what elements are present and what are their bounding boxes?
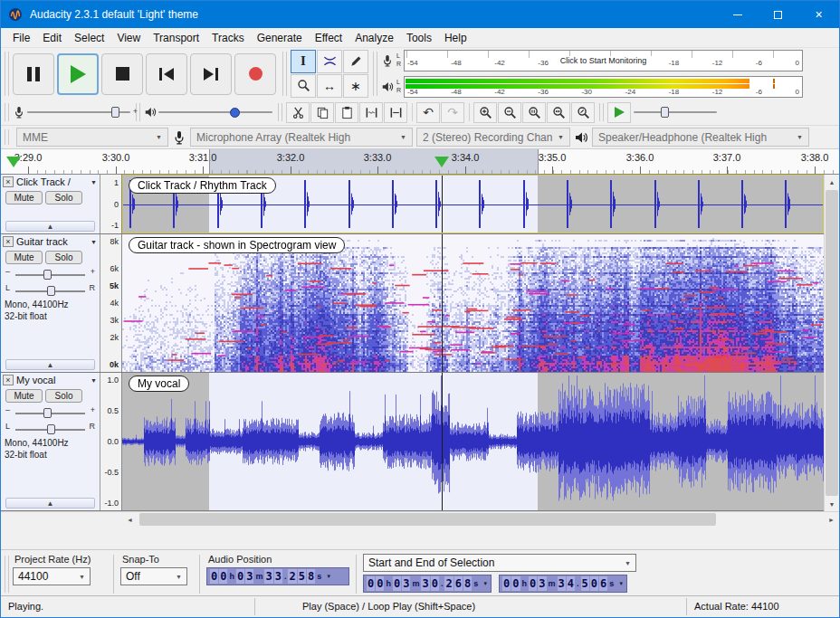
track-click-content[interactable]: Click Track / Rhythm Track bbox=[122, 175, 824, 233]
paste-button[interactable] bbox=[335, 102, 358, 123]
close-button[interactable]: × bbox=[798, 1, 839, 28]
menu-view[interactable]: View bbox=[110, 32, 147, 44]
vocal-waveform[interactable] bbox=[122, 373, 824, 510]
transport-toolbar-grip[interactable] bbox=[5, 52, 9, 96]
track-click-control-panel[interactable]: × Click Track / ▼ Mute Solo ▲ bbox=[1, 175, 100, 233]
selection-range-mode-select[interactable]: Start and End of Selection ▼ bbox=[363, 554, 636, 572]
maximize-button[interactable] bbox=[758, 1, 798, 28]
timeline-ruler[interactable]: 3:29.0 3:30.0 3:31.0 3:32.0 3:33.0 3:34.… bbox=[1, 149, 839, 175]
play-at-speed-grip[interactable] bbox=[599, 103, 604, 121]
meter-toolbar-grip[interactable] bbox=[373, 52, 377, 96]
output-device-select[interactable]: Speaker/Headphone (Realtek High ▼ bbox=[592, 128, 809, 147]
tools-toolbar-grip[interactable] bbox=[282, 52, 287, 96]
pause-button[interactable] bbox=[13, 53, 54, 95]
pan-thumb[interactable] bbox=[47, 424, 55, 434]
menu-file[interactable]: File bbox=[6, 32, 36, 44]
gain-slider[interactable]: – + bbox=[8, 406, 92, 421]
pinned-playhead-icon[interactable] bbox=[6, 157, 21, 167]
zoom-tool-button[interactable] bbox=[291, 74, 316, 98]
track-guitar-content[interactable]: Guitar track - shown in Spectrogram view bbox=[122, 234, 824, 372]
playback-meter[interactable]: L R -54-48-42-36-30-24-18-12-60 bbox=[381, 75, 803, 99]
skip-to-end-button[interactable] bbox=[190, 53, 232, 95]
cut-button[interactable] bbox=[286, 102, 310, 123]
playback-volume-slider[interactable] bbox=[157, 104, 274, 120]
record-button[interactable] bbox=[234, 53, 276, 95]
input-channels-select[interactable]: 2 (Stereo) Recording Chan ▼ bbox=[416, 128, 570, 147]
audio-position-field[interactable]: 00h03m33.258s▼ bbox=[206, 567, 349, 585]
selection-end-field[interactable]: 00h03m34.506s▼ bbox=[499, 575, 627, 593]
recording-volume-thumb[interactable] bbox=[111, 107, 119, 118]
horizontal-scrollbar-thumb[interactable] bbox=[139, 513, 716, 526]
recording-volume-slider[interactable]: + bbox=[25, 104, 132, 120]
recording-meter-body[interactable]: -54-48-42-36-30-24-18-12-60 Click to Sta… bbox=[404, 50, 803, 71]
project-rate-select[interactable]: 44100 ▼ bbox=[13, 567, 91, 585]
selection-start-field[interactable]: 00h03m30.268s▼ bbox=[363, 575, 492, 593]
track-vocal-content[interactable]: My vocal bbox=[122, 373, 824, 510]
track-menu-icon[interactable]: ▼ bbox=[91, 239, 98, 245]
menu-edit[interactable]: Edit bbox=[36, 32, 68, 44]
horizontal-scrollbar[interactable]: ◄ ► bbox=[122, 511, 839, 527]
scroll-down-button[interactable]: ▼ bbox=[825, 497, 839, 511]
track-name[interactable]: My vocal bbox=[16, 375, 88, 385]
mute-button[interactable]: Mute bbox=[5, 251, 43, 264]
scroll-right-button[interactable]: ► bbox=[824, 512, 839, 528]
device-toolbar-grip[interactable] bbox=[5, 129, 9, 145]
play-speed-thumb[interactable] bbox=[661, 107, 669, 118]
menu-effect[interactable]: Effect bbox=[309, 32, 348, 44]
menu-transport[interactable]: Transport bbox=[147, 32, 205, 44]
multi-tool-button[interactable]: ∗ bbox=[343, 74, 368, 98]
track-close-button[interactable]: × bbox=[3, 176, 14, 187]
horizontal-scrollbar-track[interactable] bbox=[138, 512, 824, 527]
collapse-button[interactable]: ▲ bbox=[5, 359, 95, 370]
mute-button[interactable]: Mute bbox=[5, 191, 43, 204]
playhead-indicator[interactable] bbox=[434, 157, 449, 167]
scroll-left-button[interactable]: ◄ bbox=[122, 512, 138, 528]
menu-tracks[interactable]: Tracks bbox=[205, 32, 251, 44]
play-button[interactable] bbox=[57, 53, 99, 95]
vertical-scrollbar-thumb[interactable] bbox=[826, 190, 838, 496]
snap-to-select[interactable]: Off ▼ bbox=[120, 567, 187, 585]
gain-slider[interactable]: – + bbox=[8, 268, 92, 282]
track-menu-icon[interactable]: ▼ bbox=[91, 377, 98, 384]
undo-button[interactable]: ↶ bbox=[416, 102, 440, 123]
menu-select[interactable]: Select bbox=[68, 32, 110, 44]
menu-help[interactable]: Help bbox=[438, 32, 473, 44]
scroll-up-button[interactable]: ▲ bbox=[825, 175, 839, 189]
menu-tools[interactable]: Tools bbox=[400, 32, 438, 44]
collapse-button[interactable]: ▲ bbox=[5, 221, 95, 232]
timeshift-tool-button[interactable]: ↔ bbox=[317, 74, 342, 98]
menu-generate[interactable]: Generate bbox=[251, 32, 309, 44]
selection-start-marker[interactable] bbox=[209, 149, 210, 174]
selection-tool-button[interactable]: I bbox=[291, 50, 316, 73]
zoom-in-button[interactable] bbox=[473, 102, 497, 123]
mute-button[interactable]: Mute bbox=[5, 389, 43, 403]
fit-selection-button[interactable] bbox=[522, 102, 546, 123]
monitoring-hint[interactable]: Click to Start Monitoring bbox=[555, 56, 653, 65]
track-vocal-vertical-ruler[interactable]: 1.0 0.5 0.0 -0.5 -1.0 bbox=[100, 373, 122, 510]
selection-toolbar-grip[interactable] bbox=[5, 556, 9, 593]
zoom-toggle-button[interactable] bbox=[571, 102, 595, 123]
host-select[interactable]: MME ▼ bbox=[16, 128, 168, 147]
playback-meter-body[interactable]: -54-48-42-36-30-24-18-12-60 bbox=[404, 76, 803, 98]
track-guitar-control-panel[interactable]: × Guitar track ▼ Mute Solo – + L R bbox=[1, 234, 100, 372]
play-speed-slider[interactable] bbox=[632, 104, 719, 120]
gain-thumb[interactable] bbox=[43, 270, 52, 280]
skip-to-start-button[interactable] bbox=[146, 53, 187, 95]
input-device-select[interactable]: Microphone Array (Realtek High ▼ bbox=[190, 128, 413, 147]
track-menu-icon[interactable]: ▼ bbox=[91, 179, 98, 185]
collapse-button[interactable]: ▲ bbox=[5, 498, 95, 509]
title-bar[interactable]: Audacity 2.3.1 default 'Light' theme × bbox=[1, 1, 839, 28]
guitar-spectrogram[interactable] bbox=[122, 234, 824, 372]
mixer-toolbar-grip[interactable] bbox=[5, 103, 9, 121]
track-name[interactable]: Click Track / bbox=[16, 176, 88, 187]
solo-button[interactable]: Solo bbox=[45, 389, 82, 403]
track-click-vertical-ruler[interactable]: 1 0 -1 bbox=[100, 175, 122, 233]
track-name[interactable]: Guitar track bbox=[16, 236, 88, 247]
solo-button[interactable]: Solo bbox=[45, 251, 82, 264]
track-vocal-control-panel[interactable]: × My vocal ▼ Mute Solo – + L R bbox=[1, 373, 100, 510]
fit-project-button[interactable] bbox=[547, 102, 570, 123]
selection-end-marker[interactable] bbox=[538, 149, 539, 174]
pan-slider[interactable]: L R bbox=[8, 423, 92, 437]
draw-tool-button[interactable] bbox=[343, 50, 368, 73]
minimize-button[interactable] bbox=[717, 1, 758, 28]
